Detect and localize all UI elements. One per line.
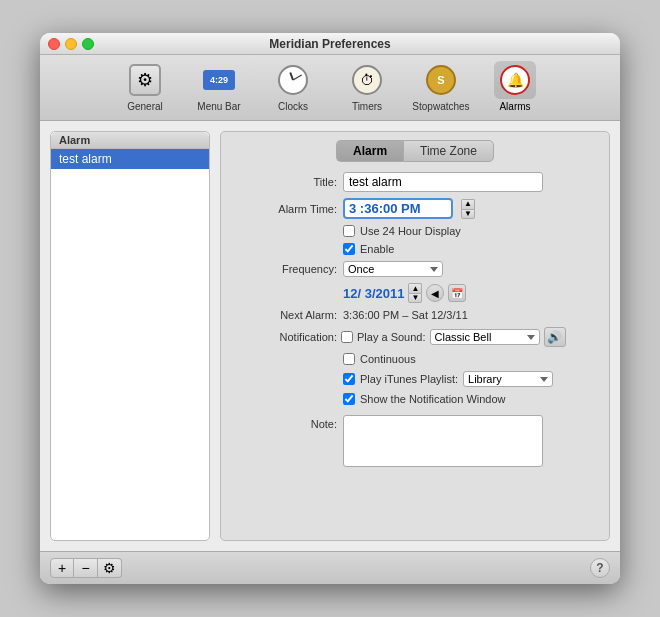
next-alarm-value: 3:36:00 PM – Sat 12/3/11 — [343, 309, 468, 321]
frequency-row: Frequency: Once Daily Weekly — [237, 261, 593, 277]
calendar-button[interactable]: 📅 — [448, 284, 466, 302]
stopwatches-icon-wrap: S — [420, 61, 462, 99]
remove-alarm-button[interactable]: − — [74, 558, 98, 578]
add-icon: + — [58, 560, 66, 576]
frequency-label: Frequency: — [237, 263, 337, 275]
help-label: ? — [596, 561, 603, 575]
title-row: Title: — [237, 172, 593, 192]
volume-button[interactable]: 🔊 — [544, 327, 566, 347]
timers-icon: ⏱ — [352, 65, 382, 95]
play-sound-label: Play a Sound: — [357, 331, 426, 343]
add-alarm-button[interactable]: + — [50, 558, 74, 578]
prev-date-button[interactable]: ◀ — [426, 284, 444, 302]
sound-select[interactable]: Classic Bell Alarm Chime — [430, 329, 540, 345]
toolbar-label-general: General — [127, 101, 163, 112]
sidebar-item-label: test alarm — [59, 152, 112, 166]
traffic-lights — [48, 38, 94, 50]
toolbar-item-stopwatches[interactable]: S Stopwatches — [412, 61, 470, 112]
playlist-row: Play iTunes Playlist: Library Music — [343, 371, 593, 387]
stopwatches-icon: S — [426, 65, 456, 95]
play-sound-checkbox[interactable] — [341, 331, 353, 343]
enable-row: Enable — [343, 243, 593, 255]
next-alarm-row: Next Alarm: 3:36:00 PM – Sat 12/3/11 — [237, 309, 593, 321]
minus-icon: − — [81, 560, 89, 576]
alarms-icon-wrap: 🔔 — [494, 61, 536, 99]
use24hour-label: Use 24 Hour Display — [360, 225, 461, 237]
date-stepper: ▲ ▼ — [408, 283, 422, 303]
alarms-icon: 🔔 — [500, 65, 530, 95]
toolbar: ⚙ General 4:29 Menu Bar Clocks ⏱ — [40, 55, 620, 121]
clocks-icon-wrap — [272, 61, 314, 99]
detail-panel: Alarm Time Zone Title: Alarm Time: 3 :36… — [220, 131, 610, 541]
next-alarm-label: Next Alarm: — [237, 309, 337, 321]
clocks-icon — [278, 65, 308, 95]
show-notification-checkbox[interactable] — [343, 393, 355, 405]
toolbar-item-timers[interactable]: ⏱ Timers — [338, 61, 396, 112]
playlist-checkbox[interactable] — [343, 373, 355, 385]
general-icon: ⚙ — [129, 64, 161, 96]
alarm-time-row: Alarm Time: 3 :36:00 PM ▲ ▼ — [237, 198, 593, 219]
toolbar-label-menubar: Menu Bar — [197, 101, 240, 112]
tabs: Alarm Time Zone — [221, 132, 609, 162]
window-title: Meridian Preferences — [269, 37, 390, 51]
bottom-buttons: + − ⚙ — [50, 558, 122, 578]
toolbar-item-clocks[interactable]: Clocks — [264, 61, 322, 112]
notification-row: Notification: Play a Sound: Classic Bell… — [237, 327, 593, 347]
date-stepper-up[interactable]: ▲ — [408, 283, 422, 293]
note-row: Note: — [237, 415, 593, 467]
date-row: 12/ 3/2011 ▲ ▼ ◀ 📅 — [343, 283, 593, 303]
main-window: Meridian Preferences ⚙ General 4:29 Menu… — [40, 33, 620, 584]
content-area: Alarm test alarm Alarm Time Zone — [40, 121, 620, 551]
toolbar-label-stopwatches: Stopwatches — [412, 101, 469, 112]
toolbar-label-clocks: Clocks — [278, 101, 308, 112]
use24hour-checkbox[interactable] — [343, 225, 355, 237]
time-stepper-down[interactable]: ▼ — [461, 209, 475, 219]
enable-checkbox[interactable] — [343, 243, 355, 255]
frequency-select[interactable]: Once Daily Weekly — [343, 261, 443, 277]
menubar-icon: 4:29 — [203, 70, 235, 90]
general-icon-wrap: ⚙ — [124, 61, 166, 99]
title-label: Title: — [237, 176, 337, 188]
tab-timezone[interactable]: Time Zone — [403, 140, 494, 162]
show-notification-row: Show the Notification Window — [343, 393, 593, 405]
maximize-button[interactable] — [82, 38, 94, 50]
menubar-icon-wrap: 4:29 — [198, 61, 240, 99]
note-textarea[interactable] — [343, 415, 543, 467]
close-button[interactable] — [48, 38, 60, 50]
date-display: 12/ 3/2011 — [343, 286, 404, 301]
continuous-row: Continuous — [343, 353, 593, 365]
sidebar-header: Alarm — [51, 132, 209, 149]
titlebar: Meridian Preferences — [40, 33, 620, 55]
play-playlist-label: Play iTunes Playlist: — [360, 373, 458, 385]
enable-label: Enable — [360, 243, 394, 255]
bottom-bar: + − ⚙ ? — [40, 551, 620, 584]
continuous-label: Continuous — [360, 353, 416, 365]
alarm-time-label: Alarm Time: — [237, 203, 337, 215]
timers-icon-wrap: ⏱ — [346, 61, 388, 99]
help-button[interactable]: ? — [590, 558, 610, 578]
toolbar-item-alarms[interactable]: 🔔 Alarms — [486, 61, 544, 112]
toolbar-label-alarms: Alarms — [499, 101, 530, 112]
use24hour-row: Use 24 Hour Display — [343, 225, 593, 237]
toolbar-item-menubar[interactable]: 4:29 Menu Bar — [190, 61, 248, 112]
sidebar-item-test-alarm[interactable]: test alarm — [51, 149, 209, 169]
note-label: Note: — [237, 415, 337, 430]
sidebar-list: test alarm — [51, 149, 209, 540]
minimize-button[interactable] — [65, 38, 77, 50]
time-stepper-up[interactable]: ▲ — [461, 199, 475, 209]
toolbar-label-timers: Timers — [352, 101, 382, 112]
sidebar: Alarm test alarm — [50, 131, 210, 541]
title-input[interactable] — [343, 172, 543, 192]
date-stepper-down[interactable]: ▼ — [408, 293, 422, 303]
alarm-time-display: 3 :36:00 PM — [343, 198, 453, 219]
notification-label: Notification: — [237, 331, 337, 343]
tab-alarm[interactable]: Alarm — [336, 140, 403, 162]
continuous-checkbox[interactable] — [343, 353, 355, 365]
alarm-time-value: 3 :36:00 PM — [349, 201, 421, 216]
playlist-select[interactable]: Library Music — [463, 371, 553, 387]
gear-alarm-button[interactable]: ⚙ — [98, 558, 122, 578]
form-area: Title: Alarm Time: 3 :36:00 PM ▲ ▼ — [221, 162, 609, 477]
show-notification-label: Show the Notification Window — [360, 393, 506, 405]
toolbar-item-general[interactable]: ⚙ General — [116, 61, 174, 112]
time-stepper: ▲ ▼ — [461, 199, 475, 219]
